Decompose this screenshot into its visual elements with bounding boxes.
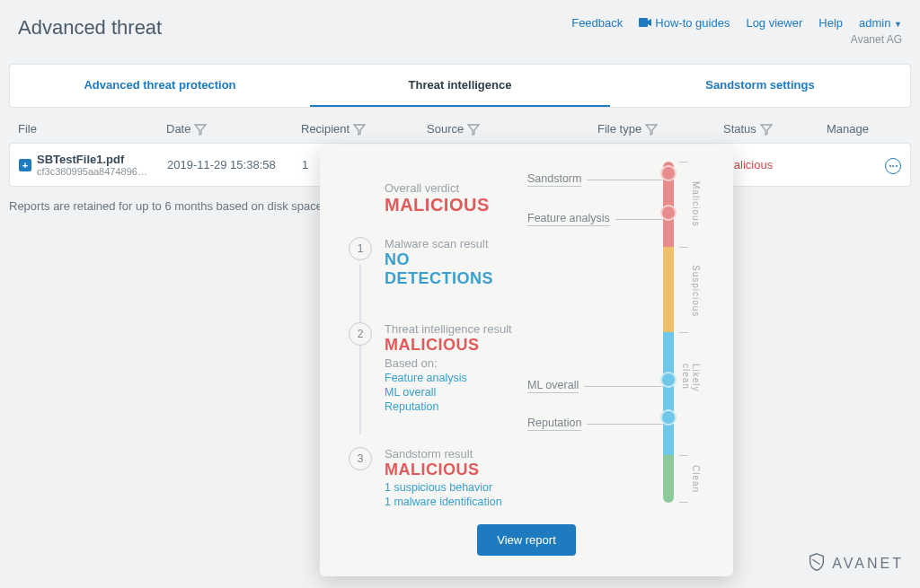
svg-rect-0 bbox=[639, 18, 648, 27]
help-link[interactable]: Help bbox=[818, 16, 843, 30]
feedback-link[interactable]: Feedback bbox=[571, 16, 623, 30]
conn-sandstorm[interactable]: Sandstorm bbox=[527, 172, 662, 187]
tab-sandstorm[interactable]: Sandstorm settings bbox=[610, 65, 910, 107]
suspicious-behavior-link[interactable]: 1 suspicious behavior bbox=[385, 481, 502, 494]
col-date[interactable]: Date bbox=[166, 122, 301, 136]
step-3-badge: 3 bbox=[349, 447, 372, 470]
conn-ml-overall[interactable]: ML overall bbox=[527, 379, 662, 393]
marker-reputation bbox=[660, 409, 677, 426]
org-name: Avanet AG bbox=[571, 33, 902, 46]
based-on-label: Based on: bbox=[385, 356, 512, 370]
admin-menu[interactable]: admin ▼ bbox=[859, 16, 902, 30]
bar-label-malicious: Malicious bbox=[691, 181, 701, 227]
malware-scan-label: Malware scan result bbox=[385, 237, 519, 250]
severity-seg-likely-clean bbox=[663, 332, 674, 455]
severity-seg-clean bbox=[663, 455, 674, 503]
row-status: Malicious bbox=[724, 158, 827, 171]
shield-icon bbox=[807, 552, 827, 575]
ellipsis-icon bbox=[889, 165, 898, 167]
overall-verdict-value: MALICIOUS bbox=[385, 195, 519, 215]
col-source[interactable]: Source bbox=[427, 122, 597, 136]
conn-reputation[interactable]: Reputation bbox=[527, 417, 662, 431]
sandstorm-result-label: Sandstorm result bbox=[385, 447, 502, 461]
conn-feature-analysis[interactable]: Feature analysis bbox=[527, 212, 662, 226]
howto-link[interactable]: How-to guides bbox=[639, 16, 730, 30]
tab-atp[interactable]: Advanced threat protection bbox=[10, 65, 310, 107]
malware-id-link[interactable]: 1 malware identification bbox=[385, 496, 502, 508]
step-connector-line bbox=[359, 264, 361, 434]
tabbar: Advanced threat protection Threat intell… bbox=[9, 64, 911, 108]
bar-label-likely-clean: Likely clean bbox=[681, 364, 701, 392]
ml-overall-link[interactable]: ML overall bbox=[385, 386, 512, 399]
filter-icon[interactable] bbox=[645, 123, 658, 136]
header-right: Feedback How-to guides Log viewer Help a… bbox=[571, 16, 902, 46]
ti-result-value: MALICIOUS bbox=[385, 336, 512, 355]
expand-icon[interactable]: + bbox=[19, 159, 31, 171]
filter-icon[interactable] bbox=[760, 123, 773, 136]
reputation-link[interactable]: Reputation bbox=[385, 400, 512, 413]
marker-feature-analysis bbox=[660, 205, 677, 221]
page-title: Advanced threat bbox=[18, 16, 162, 39]
col-file: File bbox=[18, 122, 166, 136]
chevron-down-icon: ▼ bbox=[894, 20, 902, 29]
filter-icon[interactable] bbox=[194, 123, 207, 136]
file-hash: cf3c380995aa8474896… bbox=[37, 166, 147, 177]
row-date: 2019-11-29 15:38:58 bbox=[167, 158, 302, 171]
filter-icon[interactable] bbox=[467, 123, 480, 136]
sandstorm-result-value: MALICIOUS bbox=[385, 461, 502, 479]
feature-analysis-link[interactable]: Feature analysis bbox=[385, 372, 512, 384]
marker-sandstorm bbox=[660, 165, 677, 181]
bar-label-clean: Clean bbox=[691, 465, 701, 493]
severity-seg-suspicious bbox=[663, 247, 674, 332]
tab-threat-intel[interactable]: Threat intelligence bbox=[310, 65, 610, 107]
ti-result-label: Threat intelligence result bbox=[385, 322, 512, 336]
col-recipient[interactable]: Recipient bbox=[301, 122, 427, 136]
step-1-badge: 1 bbox=[349, 237, 372, 260]
col-manage: Manage bbox=[827, 122, 902, 136]
video-icon bbox=[639, 16, 651, 30]
marker-ml-overall bbox=[660, 372, 677, 388]
view-report-button[interactable]: View report bbox=[477, 524, 576, 556]
malware-scan-value: NO DETECTIONS bbox=[385, 250, 519, 288]
logviewer-link[interactable]: Log viewer bbox=[746, 16, 802, 30]
filter-icon[interactable] bbox=[353, 123, 366, 136]
bar-label-suspicious: Suspicious bbox=[691, 265, 701, 317]
verdict-popover: Overall verdict MALICIOUS 1 Malware scan… bbox=[320, 145, 733, 576]
table-header: File Date Recipient Source File type Sta… bbox=[9, 115, 911, 143]
overall-verdict-label: Overall verdict bbox=[385, 181, 519, 195]
col-status[interactable]: Status bbox=[723, 122, 827, 136]
filename: SBTestFile1.pdf bbox=[37, 153, 147, 166]
col-filetype[interactable]: File type bbox=[597, 122, 723, 136]
manage-button[interactable] bbox=[885, 158, 901, 174]
step-2-badge: 2 bbox=[349, 322, 372, 346]
brand-logo: AVANET bbox=[807, 552, 904, 575]
